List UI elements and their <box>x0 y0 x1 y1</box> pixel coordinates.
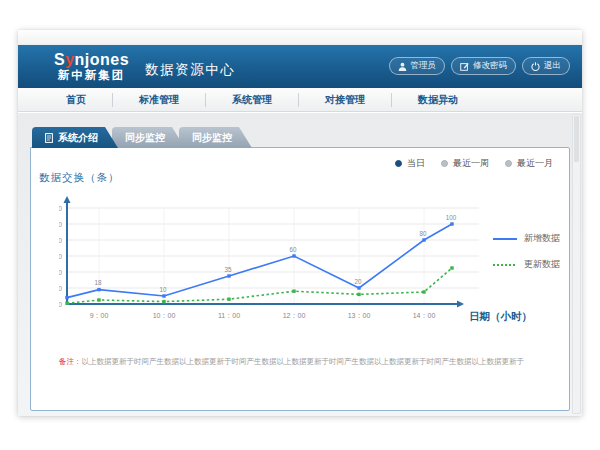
change-password-button[interactable]: 修改密码 <box>451 57 516 75</box>
x-axis-title: 日期（小时） <box>469 310 532 324</box>
legend-updated-data[interactable]: 更新数据 <box>493 258 560 271</box>
svg-text:60: 60 <box>59 253 62 260</box>
svg-text:12：00: 12：00 <box>283 312 306 319</box>
legend-new-data[interactable]: 新增数据 <box>493 232 560 245</box>
svg-text:9：00: 9：00 <box>90 312 109 319</box>
svg-text:100: 100 <box>59 221 62 228</box>
svg-text:14：00: 14：00 <box>413 312 436 319</box>
svg-text:10：00: 10：00 <box>153 312 176 319</box>
svg-text:11：00: 11：00 <box>218 312 240 319</box>
logo-english: Synjones <box>54 52 129 69</box>
user-icon <box>398 62 407 71</box>
tab-label: 同步监控 <box>192 127 232 148</box>
svg-text:10: 10 <box>159 286 167 293</box>
svg-text:40: 40 <box>59 269 62 276</box>
filter-last-month-label: 最近一月 <box>517 157 553 170</box>
solid-line-icon <box>493 238 517 240</box>
svg-text:20: 20 <box>59 285 62 292</box>
svg-text:100: 100 <box>446 214 457 221</box>
footnote-label: 备注： <box>59 357 82 366</box>
app-window: Synjones 新中新集团 数据资源中心 管理员 修改密码 退出 首页 标准管… <box>18 30 582 416</box>
svg-text:80: 80 <box>59 237 62 244</box>
power-icon <box>531 62 540 71</box>
content-area: 系统介绍 同步监控 同步监控 当日 最近一周 <box>18 113 582 416</box>
filter-today[interactable]: 当日 <box>395 157 425 170</box>
svg-text:13：00: 13：00 <box>348 312 371 319</box>
svg-text:120: 120 <box>59 205 62 212</box>
nav-item-interface[interactable]: 对接管理 <box>299 93 392 107</box>
svg-text:60: 60 <box>289 246 297 253</box>
tab-sync-monitor-1[interactable]: 同步监控 <box>112 127 185 148</box>
filter-last-week[interactable]: 最近一周 <box>441 157 489 170</box>
user-area: 管理员 修改密码 退出 <box>389 57 571 75</box>
logout-button[interactable]: 退出 <box>522 57 570 75</box>
scrollbar-thumb[interactable] <box>574 116 579 162</box>
svg-text:35: 35 <box>224 266 232 273</box>
change-password-label: 修改密码 <box>473 60 507 72</box>
edit-icon <box>460 62 469 71</box>
app-title: 数据资源中心 <box>145 61 235 79</box>
window-top-strip <box>18 30 582 45</box>
nav-item-standards[interactable]: 标准管理 <box>113 93 206 107</box>
logo-chinese: 新中新集团 <box>54 69 129 81</box>
legend-updated-data-label: 更新数据 <box>524 258 560 271</box>
period-filter-group: 当日 最近一周 最近一月 <box>395 157 553 170</box>
legend-new-data-label: 新增数据 <box>524 232 560 245</box>
app-header: Synjones 新中新集团 数据资源中心 管理员 修改密码 退出 <box>18 45 582 88</box>
tab-bar: 系统介绍 同步监控 同步监控 <box>30 127 570 148</box>
admin-user-button[interactable]: 管理员 <box>389 57 446 75</box>
footnote: 备注：以上数据更新于时间产生数据以上数据更新于时间产生数据以上数据更新于时间产生… <box>59 357 564 367</box>
svg-text:0: 0 <box>59 301 62 308</box>
tab-sync-monitor-2[interactable]: 同步监控 <box>179 127 252 148</box>
filter-today-label: 当日 <box>407 157 425 170</box>
logout-label: 退出 <box>544 60 561 72</box>
footnote-text: 以上数据更新于时间产生数据以上数据更新于时间产生数据以上数据更新于时间产生数据以… <box>82 357 525 366</box>
svg-text:20: 20 <box>354 278 362 285</box>
filter-last-week-label: 最近一周 <box>453 157 489 170</box>
tab-system-intro[interactable]: 系统介绍 <box>32 127 118 148</box>
line-chart-svg: 0204060801001209：0010：0011：0012：0013：001… <box>59 193 489 325</box>
nav-item-data-change[interactable]: 数据异动 <box>392 93 484 107</box>
company-logo: Synjones 新中新集团 <box>54 52 129 81</box>
tab-label: 同步监控 <box>125 127 165 148</box>
y-axis-title: 数据交换（条） <box>39 171 120 185</box>
nav-item-home[interactable]: 首页 <box>40 93 113 107</box>
nav-item-system[interactable]: 系统管理 <box>206 93 299 107</box>
filter-last-month[interactable]: 最近一月 <box>505 157 553 170</box>
tab-label: 系统介绍 <box>58 127 98 148</box>
chart-panel: 当日 最近一周 最近一月 数据交换（条） 0204060801001209：00… <box>30 147 570 411</box>
dashed-line-icon <box>493 264 517 266</box>
radio-selected-icon <box>395 160 402 167</box>
document-icon <box>45 133 53 143</box>
main-nav: 首页 标准管理 系统管理 对接管理 数据异动 <box>18 88 582 112</box>
svg-text:80: 80 <box>419 230 427 237</box>
radio-icon <box>441 160 448 167</box>
vertical-scrollbar[interactable] <box>572 114 581 414</box>
series-legend: 新增数据 更新数据 <box>493 232 560 284</box>
svg-text:18: 18 <box>94 279 102 286</box>
admin-user-label: 管理员 <box>411 60 437 72</box>
radio-icon <box>505 160 512 167</box>
